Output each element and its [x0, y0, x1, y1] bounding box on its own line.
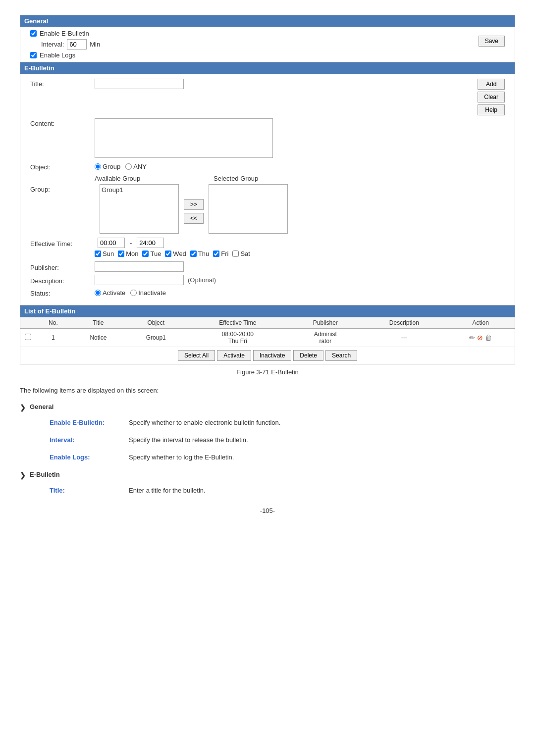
figure-caption: Figure 3-71 E-Bulletin — [20, 368, 515, 376]
doc-item-enable-logs: Enable Logs: Specify whether to log the … — [50, 453, 515, 463]
object-any-text: ANY — [133, 163, 147, 170]
status-row: Status: Activate Inactivate — [30, 288, 505, 297]
effective-time-label: Effective Time: — [30, 239, 95, 248]
save-button[interactable]: Save — [479, 36, 505, 47]
general-section: General Enable E-Bulletin Interval: Min … — [20, 15, 515, 62]
status-activate-label[interactable]: Activate — [95, 289, 125, 297]
title-input[interactable] — [95, 79, 184, 89]
description-label: Description: — [30, 276, 95, 285]
move-left-button[interactable]: << — [184, 213, 204, 224]
row-checkbox-cell — [20, 329, 35, 347]
col-description: Description — [362, 317, 446, 329]
row-effective-time: 08:00-20:00Thu Fri — [186, 329, 289, 347]
group-label: Group: — [30, 184, 95, 193]
day-thu-checkbox[interactable] — [190, 251, 197, 257]
figure-caption-text: Figure 3-71 E-Bulletin — [236, 368, 299, 376]
row-no: 1 — [35, 329, 71, 347]
effective-time-row: Effective Time: - — [30, 238, 505, 248]
day-mon-checkbox[interactable] — [118, 251, 124, 257]
group-item: Group1 — [102, 186, 123, 194]
ebulletin-section: E-Bulletin Title: Add Clear Help Content… — [20, 62, 515, 305]
group-section: Available Group Selected Group Group: Gr… — [30, 175, 505, 234]
activate-button[interactable]: Activate — [217, 350, 251, 361]
inactivate-button[interactable]: Inactivate — [253, 350, 291, 361]
col-object: Object — [125, 317, 186, 329]
content-row: Content: — [30, 118, 505, 158]
doc-title-text: Enter a title for the bulletin. — [129, 486, 515, 496]
doc-general-title: General — [30, 402, 54, 412]
page-number-text: -105- — [260, 507, 275, 514]
enable-ebulletin-row: Enable E-Bulletin — [30, 30, 505, 37]
group-row: Group: Group1 >> << — [30, 184, 505, 234]
col-effective-time: Effective Time — [186, 317, 289, 329]
day-sun-checkbox[interactable] — [95, 251, 101, 257]
effective-end-input[interactable] — [137, 238, 164, 248]
col-no: No. — [35, 317, 71, 329]
object-any-radio[interactable] — [125, 163, 132, 170]
right-action-buttons: Add Clear Help — [468, 79, 505, 115]
status-inactivate-text: Inactivate — [138, 289, 166, 297]
col-publisher: Publisher — [289, 317, 362, 329]
day-wed-label[interactable]: Wed — [165, 250, 186, 257]
day-fri-checkbox[interactable] — [213, 251, 219, 257]
group-headers: Available Group Selected Group — [95, 175, 505, 182]
interval-unit: Min — [90, 41, 100, 48]
clear-button[interactable]: Clear — [478, 92, 505, 102]
object-group-radio[interactable] — [95, 163, 101, 170]
move-right-button[interactable]: >> — [184, 199, 204, 210]
help-button[interactable]: Help — [478, 104, 505, 115]
day-fri-label[interactable]: Fri — [213, 250, 228, 257]
day-sun-label[interactable]: Sun — [95, 250, 114, 257]
content-textarea[interactable] — [95, 118, 273, 158]
row-checkbox[interactable] — [25, 334, 31, 340]
day-tue-checkbox[interactable] — [142, 251, 149, 257]
col-action: Action — [446, 317, 515, 329]
row-title: Notice — [71, 329, 125, 347]
doc-interval-label: Interval: — [50, 435, 129, 446]
table-row: 1 Notice Group1 08:00-20:00Thu Fri Admin… — [20, 329, 515, 347]
doc-ebulletin-cat-title: E-Bulletin — [30, 470, 60, 480]
add-button[interactable]: Add — [478, 79, 505, 90]
selected-group-header: Selected Group — [214, 175, 293, 182]
delete-button[interactable]: Delete — [293, 350, 323, 361]
delete-icon[interactable]: 🗑 — [485, 334, 492, 342]
day-thu-label[interactable]: Thu — [190, 250, 209, 257]
publisher-label: Publisher: — [30, 262, 95, 271]
object-any-radio-label[interactable]: ANY — [125, 163, 147, 170]
interval-input[interactable] — [67, 39, 87, 50]
day-sat-label[interactable]: Sat — [232, 250, 250, 257]
edit-icon[interactable]: ✏ — [469, 334, 475, 342]
description-input[interactable] — [95, 275, 184, 285]
day-tue-label[interactable]: Tue — [142, 250, 161, 257]
status-inactivate-label[interactable]: Inactivate — [130, 289, 166, 297]
general-header: General — [20, 15, 515, 27]
description-row: Description: (Optional) — [30, 275, 505, 285]
doc-general-items: Enable E-Bulletin: Specify whether to en… — [50, 418, 515, 462]
row-object: Group1 — [125, 329, 186, 347]
col-checkbox — [20, 317, 35, 329]
doc-title-label: Title: — [50, 486, 129, 496]
available-group-box[interactable]: Group1 — [100, 184, 179, 234]
day-sat-checkbox[interactable] — [232, 251, 239, 257]
day-mon-label[interactable]: Mon — [118, 250, 138, 257]
select-all-button[interactable]: Select All — [178, 350, 215, 361]
search-button[interactable]: Search — [325, 350, 357, 361]
title-row: Title: Add Clear Help — [30, 79, 505, 115]
enable-ebulletin-checkbox[interactable] — [30, 30, 37, 37]
days-row: Sun Mon Tue Wed Thu Fri Sat — [95, 250, 505, 257]
object-group-radio-label[interactable]: Group — [95, 163, 120, 170]
status-label: Status: — [30, 288, 95, 297]
stop-icon[interactable]: ⊘ — [477, 334, 483, 342]
object-label: Object: — [30, 162, 95, 171]
day-wed-checkbox[interactable] — [165, 251, 171, 257]
publisher-input[interactable] — [95, 261, 184, 272]
selected-group-box[interactable] — [209, 184, 288, 234]
effective-start-input[interactable] — [98, 238, 125, 248]
enable-logs-checkbox[interactable] — [30, 52, 37, 58]
row-description: --- — [362, 329, 446, 347]
status-inactivate-radio[interactable] — [130, 290, 137, 296]
status-activate-radio[interactable] — [95, 290, 101, 296]
doc-ebulletin-category: ❯ E-Bulletin — [20, 470, 515, 481]
doc-enable-logs-text: Specify whether to log the E-Bulletin. — [129, 453, 515, 463]
enable-ebulletin-label: Enable E-Bulletin — [40, 30, 89, 37]
